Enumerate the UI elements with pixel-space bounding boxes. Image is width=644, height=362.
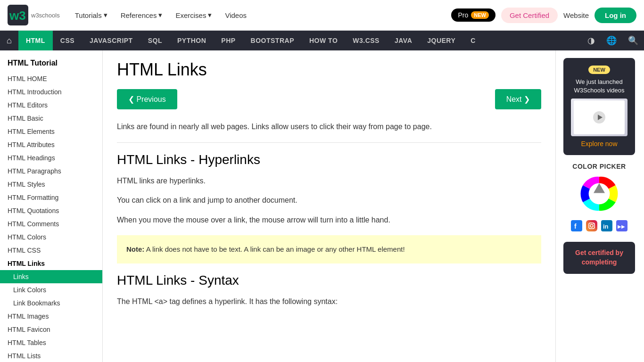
color-picker-section: COLOR PICKER bbox=[563, 163, 635, 213]
sidebar-item-intro[interactable]: HTML Introduction bbox=[0, 85, 102, 99]
section1-text2: You can click on a link and jump to anot… bbox=[117, 194, 541, 206]
color-wheel[interactable] bbox=[580, 175, 618, 213]
svg-rect-6 bbox=[571, 220, 582, 231]
section1-title: HTML Links - Hyperlinks bbox=[117, 152, 541, 167]
top-header: w3 w3schools Tutorials ▾ References ▾ Ex… bbox=[0, 0, 644, 31]
main-layout: HTML Tutorial HTML HOME HTML Introductio… bbox=[0, 50, 644, 362]
sidebar-item-quotations[interactable]: HTML Quotations bbox=[0, 204, 102, 217]
promo-text: We just launched W3Schools videos bbox=[574, 78, 625, 95]
sidebar-item-formatting[interactable]: HTML Formatting bbox=[0, 191, 102, 204]
tab-c[interactable]: C bbox=[463, 31, 483, 50]
sidebar-item-headings[interactable]: HTML Headings bbox=[0, 151, 102, 165]
right-panel: NEW We just launched W3Schools videos Ex… bbox=[555, 50, 643, 362]
sidebar-item-lists[interactable]: HTML Lists bbox=[0, 349, 102, 362]
promo-image bbox=[571, 99, 627, 136]
home-nav-button[interactable]: ⌂ bbox=[0, 31, 18, 50]
note-label: Note: bbox=[126, 245, 144, 253]
section1-text1: HTML links are hyperlinks. bbox=[117, 175, 541, 187]
svg-text:w3: w3 bbox=[9, 8, 26, 23]
tab-css[interactable]: CSS bbox=[53, 31, 82, 50]
tab-php[interactable]: PHP bbox=[214, 31, 243, 50]
nav-buttons: ❮ Previous Next ❯ bbox=[117, 89, 541, 109]
sidebar-item-home[interactable]: HTML HOME bbox=[0, 72, 102, 85]
w3schools-logo-icon: w3 bbox=[8, 5, 28, 25]
play-icon bbox=[592, 110, 606, 124]
sidebar-item-paragraphs[interactable]: HTML Paragraphs bbox=[0, 165, 102, 178]
next-button[interactable]: Next ❯ bbox=[495, 89, 541, 109]
tab-html[interactable]: HTML bbox=[18, 31, 53, 50]
sidebar-item-colors[interactable]: HTML Colors bbox=[0, 230, 102, 244]
sidebar-item-favicon[interactable]: HTML Favicon bbox=[0, 323, 102, 336]
language-button[interactable]: 🌐 bbox=[601, 31, 622, 50]
sidebar-item-basic[interactable]: HTML Basic bbox=[0, 112, 102, 125]
nav-bar: ⌂ HTML CSS JAVASCRIPT SQL PYTHON PHP BOO… bbox=[0, 31, 644, 50]
tab-javascript[interactable]: JAVASCRIPT bbox=[82, 31, 140, 50]
logo[interactable]: w3 w3schools bbox=[8, 5, 60, 25]
facebook-icon[interactable]: f bbox=[571, 220, 582, 234]
sidebar: HTML Tutorial HTML HOME HTML Introductio… bbox=[0, 50, 103, 362]
tutorials-nav[interactable]: Tutorials ▾ bbox=[69, 8, 113, 22]
videos-nav[interactable]: Videos bbox=[219, 8, 252, 22]
tab-python[interactable]: PYTHON bbox=[170, 31, 214, 50]
logo-text: w3schools bbox=[31, 12, 60, 19]
svg-point-11 bbox=[594, 223, 594, 224]
intro-text: Links are found in nearly all web pages.… bbox=[117, 121, 541, 133]
tab-bootstrap[interactable]: BOOTSTRAP bbox=[243, 31, 302, 50]
tab-jquery[interactable]: JQUERY bbox=[420, 31, 463, 50]
sidebar-item-editors[interactable]: HTML Editors bbox=[0, 99, 102, 112]
tab-java[interactable]: JAVA bbox=[387, 31, 420, 50]
cert-card[interactable]: Get certified by completing bbox=[563, 242, 635, 273]
exercises-nav[interactable]: Exercises ▾ bbox=[170, 8, 217, 22]
divider-1 bbox=[117, 142, 541, 143]
note-box: Note: A link does not have to be text. A… bbox=[117, 235, 541, 263]
sidebar-item-elements[interactable]: HTML Elements bbox=[0, 125, 102, 138]
svg-text:in: in bbox=[603, 223, 609, 230]
top-nav: Tutorials ▾ References ▾ Exercises ▾ Vid… bbox=[69, 8, 252, 22]
sidebar-item-images[interactable]: HTML Images bbox=[0, 310, 102, 323]
search-button[interactable]: 🔍 bbox=[622, 31, 644, 50]
sidebar-item-comments[interactable]: HTML Comments bbox=[0, 217, 102, 230]
svg-text:f: f bbox=[574, 222, 577, 230]
previous-button[interactable]: ❮ Previous bbox=[117, 89, 177, 109]
discord-icon[interactable]: ▶▶ bbox=[616, 220, 627, 234]
social-icons: f in ▶▶ bbox=[571, 220, 627, 234]
section2-text: The HTML <a> tag defines a hyperlink. It… bbox=[117, 296, 541, 308]
sidebar-title: HTML Tutorial bbox=[0, 50, 102, 72]
main-content: HTML Links ❮ Previous Next ❯ Links are f… bbox=[103, 50, 555, 362]
sidebar-item-attributes[interactable]: HTML Attributes bbox=[0, 138, 102, 151]
linkedin-icon[interactable]: in bbox=[601, 220, 612, 234]
instagram-icon[interactable] bbox=[586, 220, 597, 234]
sidebar-item-link-colors[interactable]: Link Colors bbox=[0, 283, 102, 296]
get-certified-button[interactable]: Get Certified bbox=[501, 8, 558, 23]
pro-badge[interactable]: Pro NEW bbox=[451, 8, 495, 22]
website-link[interactable]: Website bbox=[563, 11, 589, 19]
sidebar-item-links[interactable]: Links bbox=[0, 270, 102, 283]
sidebar-item-styles[interactable]: HTML Styles bbox=[0, 178, 102, 191]
page-title: HTML Links bbox=[117, 60, 541, 80]
sidebar-item-links-parent[interactable]: HTML Links bbox=[0, 257, 102, 270]
promo-new-badge: NEW bbox=[588, 66, 610, 74]
explore-link[interactable]: Explore now bbox=[581, 140, 617, 148]
cert-card-title: Get certified by completing bbox=[570, 248, 628, 267]
promo-card: NEW We just launched W3Schools videos Ex… bbox=[563, 58, 635, 155]
svg-text:▶▶: ▶▶ bbox=[618, 224, 625, 229]
tab-howto[interactable]: HOW TO bbox=[302, 31, 345, 50]
top-right: Pro NEW Get Certified Website Log in bbox=[451, 8, 636, 23]
tab-w3css[interactable]: W3.CSS bbox=[345, 31, 387, 50]
tab-sql[interactable]: SQL bbox=[140, 31, 170, 50]
sidebar-item-css[interactable]: HTML CSS bbox=[0, 244, 102, 257]
color-picker-title: COLOR PICKER bbox=[572, 163, 626, 170]
nav-right-icons: ◑ 🌐 🔍 bbox=[582, 31, 644, 50]
note-text: A link does not have to be text. A link … bbox=[144, 245, 405, 253]
theme-toggle-button[interactable]: ◑ bbox=[582, 31, 601, 50]
svg-rect-8 bbox=[586, 220, 597, 231]
sidebar-item-tables[interactable]: HTML Tables bbox=[0, 336, 102, 349]
section1-text3: When you move the mouse over a link, the… bbox=[117, 214, 541, 226]
sidebar-item-link-bookmarks[interactable]: Link Bookmarks bbox=[0, 296, 102, 310]
references-nav[interactable]: References ▾ bbox=[115, 8, 168, 22]
login-button[interactable]: Log in bbox=[594, 8, 636, 23]
section2-title: HTML Links - Syntax bbox=[117, 273, 541, 288]
promo-video-thumbnail bbox=[574, 100, 625, 134]
